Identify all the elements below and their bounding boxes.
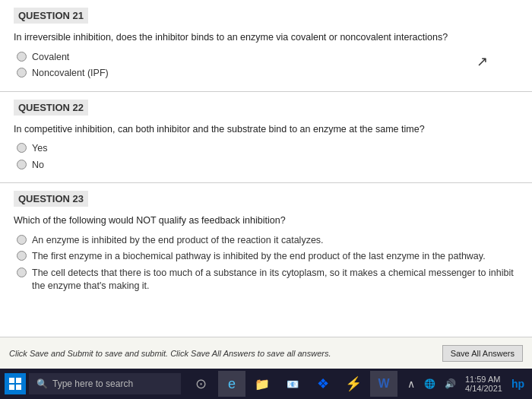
radio-23c[interactable] xyxy=(17,268,27,277)
option-21a-label: Covalent xyxy=(32,51,69,65)
question-21-text: In irreversible inhibition, does the inh… xyxy=(14,31,518,45)
start-button[interactable] xyxy=(5,373,26,394)
question-23-block: QUESTION 23 Which of the following would… xyxy=(0,183,532,304)
taskbar-mail-button[interactable]: 📧 xyxy=(279,371,306,397)
main-content: QUESTION 21 In irreversible inhibition, … xyxy=(0,0,532,337)
taskbar-folder-button[interactable]: 📁 xyxy=(249,371,276,397)
footer-bar: Click Save and Submit to save and submit… xyxy=(0,337,532,369)
radio-21a[interactable] xyxy=(17,52,27,62)
search-placeholder-text: Type here to search xyxy=(52,378,133,389)
taskbar-chevron-icon[interactable]: ∧ xyxy=(404,376,418,391)
question-21-option-a[interactable]: Covalent xyxy=(17,51,518,65)
search-icon: 🔍 xyxy=(36,378,48,389)
taskbar-extra1-button[interactable]: ⚡ xyxy=(340,371,367,397)
radio-22a[interactable] xyxy=(17,143,27,153)
radio-22b[interactable] xyxy=(17,160,27,169)
question-21-block: QUESTION 21 In irreversible inhibition, … xyxy=(0,0,532,92)
taskbar-volume-icon[interactable]: 🔊 xyxy=(442,377,459,391)
radio-23b[interactable] xyxy=(17,251,27,261)
option-23a-label: An enzyme is inhibited by the end produc… xyxy=(32,234,324,248)
question-22-options: Yes No xyxy=(14,142,518,172)
question-23-label: QUESTION 23 xyxy=(14,191,88,207)
taskbar: 🔍 Type here to search ⊙ e 📁 📧 ❖ ⚡ W ∧ 🌐 … xyxy=(0,369,532,399)
radio-23a[interactable] xyxy=(17,235,27,245)
question-21-label: QUESTION 21 xyxy=(14,8,88,24)
footer-text: Click Save and Submit to save and submit… xyxy=(9,349,331,358)
taskbar-time: 11:59 AM4/14/2021 xyxy=(462,373,505,394)
taskbar-word-button[interactable]: W xyxy=(370,371,397,397)
taskbar-right-area: ∧ 🌐 🔊 11:59 AM4/14/2021 hp xyxy=(404,373,527,394)
taskbar-edge-button[interactable]: e xyxy=(218,371,245,397)
question-23-option-a[interactable]: An enzyme is inhibited by the end produc… xyxy=(17,234,518,248)
taskbar-dropbox-button[interactable]: ❖ xyxy=(309,371,337,397)
question-23-option-b[interactable]: The first enzyme in a biochemical pathwa… xyxy=(17,250,518,264)
windows-icon xyxy=(9,378,21,390)
taskbar-center-icons: ⊙ e 📁 📧 ❖ ⚡ W xyxy=(184,371,401,397)
taskbar-cortana-button[interactable]: ⊙ xyxy=(188,371,215,397)
taskbar-network-icon[interactable]: 🌐 xyxy=(421,377,439,391)
quiz-container: QUESTION 21 In irreversible inhibition, … xyxy=(0,0,532,337)
question-23-option-c[interactable]: The cell detects that there is too much … xyxy=(17,267,518,293)
option-23b-label: The first enzyme in a biochemical pathwa… xyxy=(32,250,486,264)
question-23-text: Which of the following would NOT qualify… xyxy=(14,214,518,228)
search-bar[interactable]: 🔍 Type here to search xyxy=(29,373,181,394)
question-22-option-b[interactable]: No xyxy=(17,159,518,173)
question-21-option-b[interactable]: Noncovalent (IPF) xyxy=(17,67,518,81)
question-23-options: An enzyme is inhibited by the end produc… xyxy=(14,234,518,293)
question-21-options: Covalent Noncovalent (IPF) xyxy=(14,51,518,81)
question-22-block: QUESTION 22 In competitive inhibition, c… xyxy=(0,92,532,184)
option-23c-label: The cell detects that there is too much … xyxy=(32,267,518,293)
option-22a-label: Yes xyxy=(32,142,47,156)
save-all-button[interactable]: Save All Answers xyxy=(442,345,523,362)
option-21b-label: Noncovalent (IPF) xyxy=(32,67,109,81)
hp-logo: hp xyxy=(508,376,527,391)
question-22-text: In competitive inhibition, can both inhi… xyxy=(14,123,518,137)
option-22b-label: No xyxy=(32,159,44,173)
radio-21b[interactable] xyxy=(17,68,27,78)
question-22-label: QUESTION 22 xyxy=(14,100,88,116)
question-22-option-a[interactable]: Yes xyxy=(17,142,518,156)
